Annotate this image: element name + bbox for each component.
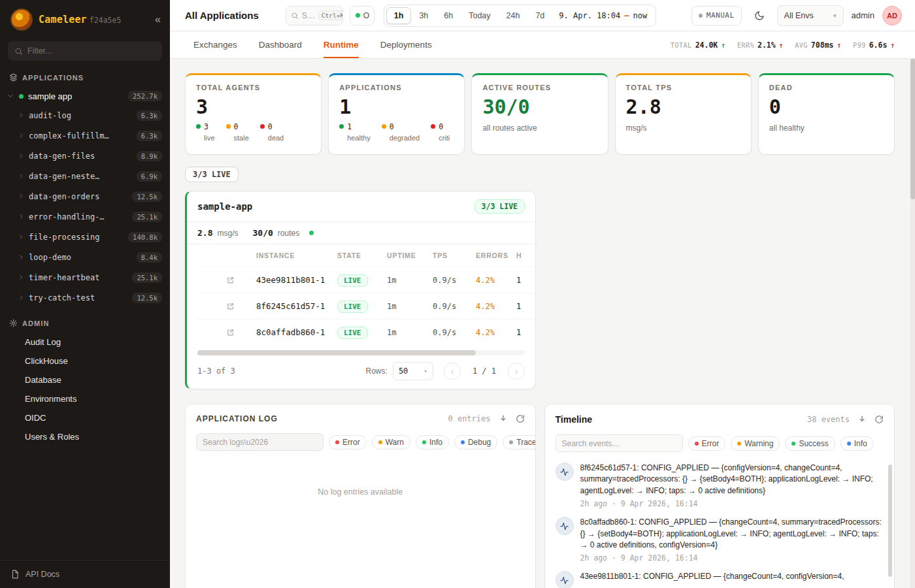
timeline-filter-success[interactable]: Success <box>785 436 835 451</box>
prev-page-button[interactable]: ‹ <box>444 363 461 380</box>
tab-runtime[interactable]: Runtime <box>324 31 359 58</box>
sidebar-item-timer-heartbeat[interactable]: timer-heartbeat25.1k <box>0 267 170 287</box>
download-icon[interactable] <box>857 415 867 424</box>
sidebar-item-data-gen-nested[interactable]: data-gen-neste…6.9k <box>0 166 170 186</box>
timeline-search-input[interactable] <box>556 434 683 452</box>
scrollbar-thumb[interactable] <box>910 59 915 199</box>
time-range-today[interactable]: Today <box>461 7 498 24</box>
external-link-icon[interactable] <box>213 302 256 310</box>
timeline-event[interactable]: 8f6245c61d57-1: CONFIG_APPLIED — {config… <box>556 463 883 508</box>
time-range-display[interactable]: 9. Apr. 18:04 — now <box>552 11 654 20</box>
tree-item-label: try-catch-test <box>29 293 95 302</box>
topbar-right: MANUAL All Envs ▾ admin AD <box>691 5 902 26</box>
sidebar-item-loop-demo[interactable]: loop-demo8.4k <box>0 247 170 267</box>
sidebar-item-environments[interactable]: Environments <box>0 389 170 408</box>
time-range-7d[interactable]: 7d <box>527 7 552 24</box>
download-icon[interactable] <box>499 414 508 423</box>
sidebar-item-database[interactable]: Database <box>0 370 170 389</box>
sidebar-filter-input[interactable] <box>27 46 156 56</box>
ministat-number: 0 <box>390 122 420 131</box>
tab-deployments[interactable]: Deployments <box>380 31 432 58</box>
tree-item-count: 25.1k <box>132 272 162 283</box>
next-page-button[interactable]: › <box>508 363 525 380</box>
log-filter-trace[interactable]: Trace <box>503 435 535 449</box>
content: TOTAL AGENTS 3 3live 0stale 0dead APPLIC… <box>170 59 915 588</box>
stat-card-value: 1 <box>339 96 454 118</box>
time-range-24h[interactable]: 24h <box>499 7 528 24</box>
stat-card-title: DEAD <box>769 84 884 91</box>
time-range-6h[interactable]: 6h <box>436 7 461 24</box>
sidebar-collapse-button[interactable]: « <box>155 14 161 25</box>
external-link-icon[interactable] <box>213 276 256 284</box>
log-filter-info[interactable]: Info <box>416 435 449 449</box>
external-link-icon[interactable] <box>213 328 256 336</box>
env-select[interactable]: All Envs ▾ <box>777 5 844 26</box>
status-dot <box>382 124 386 129</box>
sidebar-item-users-roles[interactable]: Users & Roles <box>0 427 170 446</box>
avatar[interactable]: AD <box>882 6 902 25</box>
chevron-right-icon <box>18 294 25 301</box>
timeline-event[interactable]: 43ee9811b801-1: CONFIG_APPLIED — {change… <box>556 571 883 588</box>
sidebar-item-file-processing[interactable]: file-processing140.8k <box>0 227 170 247</box>
timeline-filter-warning[interactable]: Warning <box>731 436 780 451</box>
sidebar-item-try-catch-test[interactable]: try-catch-test12.5k <box>0 287 170 308</box>
env-select-value: All Envs <box>784 11 814 20</box>
time-range-1h[interactable]: 1h <box>386 7 412 24</box>
timeline-filter-error[interactable]: Error <box>688 436 726 451</box>
trace-dot <box>509 440 513 444</box>
log-search-input[interactable] <box>196 433 324 451</box>
api-docs-link[interactable]: API Docs <box>0 560 170 588</box>
sidebar-item-complex-fulfillment[interactable]: complex-fulfillm…6.3k <box>0 125 170 146</box>
tree-item-label: timer-heartbeat <box>29 273 99 282</box>
routes-unit: routes <box>278 229 299 238</box>
sidebar-item-audit-log[interactable]: audit-log6.3k <box>0 105 170 125</box>
manual-refresh-button[interactable]: MANUAL <box>691 6 742 25</box>
timeline-filter-info[interactable]: Info <box>840 436 874 451</box>
status-chip[interactable]: O <box>350 6 374 25</box>
page-scrollbar[interactable] <box>910 59 915 588</box>
log-filter-debug[interactable]: Debug <box>454 435 497 449</box>
timeline-scrollbar[interactable] <box>888 465 892 577</box>
sidebar-item-data-gen-files[interactable]: data-gen-files8.9k <box>0 146 170 166</box>
chevron-down-icon: ▾ <box>833 12 837 19</box>
state-badge: LIVE <box>337 274 368 287</box>
stat-card-value: 3 <box>196 96 310 118</box>
scrollbar-thumb[interactable] <box>197 350 476 355</box>
dark-mode-toggle[interactable] <box>750 6 769 25</box>
applications-section-header: APPLICATIONS <box>0 62 170 87</box>
sidebar-item-error-handling[interactable]: error-handling-…25.1k <box>0 206 170 227</box>
errors-cell: 4.2% <box>476 276 516 285</box>
log-filter-error[interactable]: Error <box>329 435 367 449</box>
log-panel-title: APPLICATION LOG <box>196 414 278 423</box>
refresh-icon[interactable] <box>516 414 525 423</box>
sidebar-item-sample-app[interactable]: sample app 252.7k <box>0 87 170 105</box>
sidebar-item-oidc[interactable]: OIDC <box>0 408 170 427</box>
chevron-right-icon <box>18 213 25 220</box>
timeline-event[interactable]: 8c0affadb860-1: CONFIG_APPLIED — {change… <box>556 517 883 563</box>
log-filter-warn[interactable]: Warn <box>372 435 410 449</box>
table-row[interactable]: 8f6245c61d57-1 LIVE 1m 0.9/s 4.2% 1 <box>197 293 535 319</box>
error-dot <box>335 440 339 444</box>
tab-dashboard[interactable]: Dashboard <box>259 31 302 58</box>
tab-exchanges[interactable]: Exchanges <box>193 31 237 58</box>
horizontal-scrollbar[interactable] <box>197 350 525 355</box>
kpi-strip: TOTAL24.0K↑ ERR%2.1%↑ AVG708ms↑ P996.6s↑ <box>671 31 895 58</box>
timeline-events-count: 38 events <box>807 415 850 424</box>
chevron-right-icon <box>18 274 25 281</box>
table-row[interactable]: 8c0affadb860-1 LIVE 1m 0.9/s 4.2% 1 <box>197 319 535 345</box>
live-summary-chip[interactable]: 3/3 LIVE <box>185 167 239 182</box>
table-row[interactable]: 43ee9811b801-1 LIVE 1m 0.9/s 4.2% 1 <box>197 267 535 293</box>
time-range-3h[interactable]: 3h <box>411 7 436 24</box>
tree-root-count: 252.7k <box>128 91 162 101</box>
refresh-icon[interactable] <box>874 415 884 424</box>
sidebar-item-admin-audit-log[interactable]: Audit Log <box>0 333 170 351</box>
global-search-input[interactable]: S… Ctrl+K <box>286 6 343 25</box>
sidebar-item-data-gen-orders[interactable]: data-gen-orders12.5k <box>0 186 170 206</box>
chevron-down-icon: ▾ <box>424 368 427 374</box>
rows-per-page-select[interactable]: 50 ▾ <box>393 362 433 380</box>
ministat-label: criti <box>439 134 450 142</box>
errors-cell: 4.2% <box>476 328 516 337</box>
stat-card-title: APPLICATIONS <box>339 84 454 91</box>
sidebar-item-clickhouse[interactable]: ClickHouse <box>0 351 170 370</box>
chip-label: Success <box>799 439 828 448</box>
